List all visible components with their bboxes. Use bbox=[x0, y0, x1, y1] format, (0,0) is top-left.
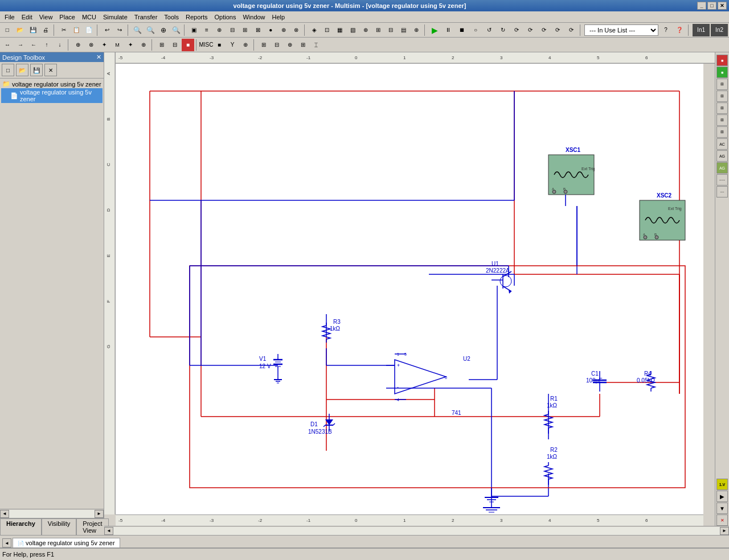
scroll-right-btn[interactable]: ► bbox=[720, 527, 729, 535]
open-btn[interactable]: 📂 bbox=[14, 24, 26, 36]
instrument7[interactable]: ⊞ bbox=[716, 126, 728, 138]
comp4-btn[interactable]: ⊟ bbox=[226, 24, 238, 36]
arrow2-btn[interactable]: ← bbox=[27, 39, 40, 51]
arrow3-btn[interactable]: ↑ bbox=[40, 39, 53, 51]
comp8-btn[interactable]: ⊕ bbox=[277, 24, 289, 36]
misc9-btn[interactable]: ⊟ bbox=[271, 39, 283, 51]
misc5-btn[interactable]: ■ bbox=[213, 39, 226, 51]
toolbox-new[interactable]: □ bbox=[2, 64, 14, 76]
comp7-btn[interactable]: ● bbox=[265, 24, 277, 36]
print-btn[interactable]: 🖨 bbox=[39, 24, 51, 36]
sim-forward[interactable]: ▶ bbox=[716, 491, 728, 502]
left-scroll-left[interactable]: ◄ bbox=[0, 510, 9, 518]
instrument3[interactable]: ⊞ bbox=[716, 79, 728, 90]
maximize-btn[interactable]: □ bbox=[707, 2, 716, 10]
tree-item-root[interactable]: 📁 voltage regulator using 5v zener bbox=[1, 80, 103, 88]
menu-transfer[interactable]: Transfer bbox=[131, 13, 161, 22]
in-use-list[interactable]: --- In Use List --- bbox=[584, 24, 658, 36]
tab-hierarchy[interactable]: Hierarchy bbox=[0, 518, 42, 535]
comp2-btn[interactable]: ≡ bbox=[200, 24, 212, 36]
voltage-indicator[interactable]: 1.V bbox=[716, 479, 728, 490]
comp3-btn[interactable]: ⊕ bbox=[214, 24, 226, 36]
menu-file[interactable]: File bbox=[1, 13, 18, 22]
misc11-btn[interactable]: ⊞ bbox=[297, 39, 309, 51]
menu-tools[interactable]: Tools bbox=[161, 13, 182, 22]
comp14-btn[interactable]: ⊕ bbox=[359, 24, 371, 36]
run-btn[interactable]: ▶ bbox=[428, 24, 441, 36]
comp17-btn[interactable]: ▤ bbox=[398, 24, 409, 36]
zoom-custom-btn[interactable]: 🔍 bbox=[170, 24, 182, 36]
tab-visibility[interactable]: Visibility bbox=[42, 518, 77, 535]
menu-reports[interactable]: Reports bbox=[182, 13, 211, 22]
instrument10[interactable]: AG bbox=[716, 162, 728, 174]
sim-down[interactable]: ▼ bbox=[716, 503, 728, 514]
instrument5[interactable]: ⊞ bbox=[716, 102, 728, 114]
sim1-btn[interactable]: ○ bbox=[469, 24, 482, 36]
menu-place[interactable]: Place bbox=[56, 13, 79, 22]
comp15-btn[interactable]: ⊞ bbox=[372, 24, 384, 36]
design-toolbox-close[interactable]: ✕ bbox=[96, 53, 101, 61]
misc7-btn[interactable]: ⊕ bbox=[239, 39, 252, 51]
comp12-btn[interactable]: ▦ bbox=[334, 24, 346, 36]
menu-simulate[interactable]: Simulate bbox=[100, 13, 131, 22]
instrument6[interactable]: ⊞ bbox=[716, 114, 728, 126]
instrument9[interactable]: AG bbox=[716, 150, 728, 162]
place4-btn[interactable]: M bbox=[111, 39, 124, 51]
instrument2[interactable]: ■ bbox=[716, 67, 728, 78]
cut-btn[interactable]: ✂ bbox=[58, 24, 69, 36]
misc4-btn[interactable]: MISC bbox=[200, 39, 212, 51]
toolbox-open[interactable]: 📂 bbox=[16, 64, 28, 76]
place3-btn[interactable]: ✦ bbox=[98, 39, 110, 51]
misc12-btn[interactable]: ⌶ bbox=[310, 39, 322, 51]
left-scroll-track[interactable] bbox=[9, 510, 95, 518]
sim2-btn[interactable]: ↺ bbox=[483, 24, 495, 36]
h-scrollbar[interactable]: ◄ ► bbox=[104, 526, 729, 535]
save-btn[interactable]: 💾 bbox=[27, 24, 39, 36]
list-btn2[interactable]: ❓ bbox=[673, 24, 686, 36]
zoom-in-btn[interactable]: 🔍 bbox=[132, 24, 144, 36]
red-x-btn[interactable]: ✕ bbox=[716, 514, 728, 526]
instrument11[interactable]: ~~~ bbox=[716, 174, 728, 186]
schematic-canvas[interactable]: -5 -4 -3 -2 -1 0 1 2 3 4 5 bbox=[104, 52, 715, 526]
wire-btn[interactable]: ↔ bbox=[1, 39, 14, 51]
comp6-btn[interactable]: ⊠ bbox=[252, 24, 264, 36]
extra-btn2[interactable]: In2 bbox=[711, 24, 728, 36]
misc1-btn[interactable]: ⊞ bbox=[155, 39, 168, 51]
menu-window[interactable]: Window bbox=[239, 13, 268, 22]
comp9-btn[interactable]: ⊗ bbox=[290, 24, 302, 36]
instrument8[interactable]: AC bbox=[716, 138, 728, 150]
sim5-btn[interactable]: ⟳ bbox=[524, 24, 536, 36]
stop-btn[interactable]: ⏹ bbox=[456, 24, 468, 36]
instrument4[interactable]: ⊞ bbox=[716, 90, 728, 102]
copy-btn[interactable]: 📋 bbox=[70, 24, 82, 36]
zoom-fit-btn[interactable]: ⊕ bbox=[157, 24, 169, 36]
sim8-btn[interactable]: ⟳ bbox=[565, 24, 578, 36]
zoom-out-btn[interactable]: 🔍 bbox=[144, 24, 156, 36]
instrument12[interactable]: ~~ bbox=[716, 186, 728, 197]
arrow1-btn[interactable]: → bbox=[14, 39, 27, 51]
circuit-canvas[interactable]: XSC1 Ext Trig A B XSC2 bbox=[116, 64, 703, 514]
extra-btn1[interactable]: In1 bbox=[693, 24, 710, 36]
misc6-btn[interactable]: Y bbox=[226, 39, 239, 51]
sim7-btn[interactable]: ⟳ bbox=[551, 24, 564, 36]
misc3-btn[interactable]: ■ bbox=[182, 39, 194, 51]
sim3-btn[interactable]: ↻ bbox=[497, 24, 509, 36]
tree-item-design[interactable]: 📄 voltage regulator using 5v zener bbox=[1, 88, 103, 103]
arrow4-btn[interactable]: ↓ bbox=[54, 39, 66, 51]
instrument1[interactable]: ■ bbox=[716, 55, 728, 66]
new-btn[interactable]: □ bbox=[1, 24, 13, 36]
tab-nav-left[interactable]: ◄ bbox=[2, 538, 11, 547]
menu-help[interactable]: Help bbox=[269, 13, 289, 22]
minimize-btn[interactable]: _ bbox=[697, 2, 706, 10]
schematic-tab[interactable]: 📄 voltage regulator using 5v zener bbox=[13, 538, 120, 547]
place1-btn[interactable]: ⊕ bbox=[72, 39, 84, 51]
place2-btn[interactable]: ⊗ bbox=[85, 39, 97, 51]
comp11-btn[interactable]: ⊡ bbox=[321, 24, 333, 36]
misc10-btn[interactable]: ⊕ bbox=[284, 39, 296, 51]
scroll-left-btn[interactable]: ◄ bbox=[104, 527, 113, 535]
sim4-btn[interactable]: ⟳ bbox=[510, 24, 523, 36]
pause-btn[interactable]: ⏸ bbox=[442, 24, 454, 36]
misc8-btn[interactable]: ⊞ bbox=[257, 39, 270, 51]
place6-btn[interactable]: ⊕ bbox=[137, 39, 150, 51]
list-btn1[interactable]: ? bbox=[660, 24, 672, 36]
